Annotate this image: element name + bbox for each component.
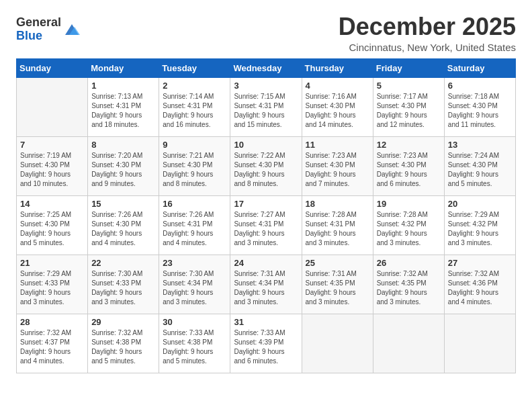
calendar-cell: 2Sunrise: 7:14 AM Sunset: 4:31 PM Daylig… bbox=[159, 77, 230, 136]
day-number: 29 bbox=[91, 317, 155, 327]
day-info: Sunrise: 7:29 AM Sunset: 4:32 PM Dayligh… bbox=[448, 210, 512, 248]
day-number: 6 bbox=[448, 81, 512, 91]
calendar-cell bbox=[373, 314, 444, 373]
day-number: 26 bbox=[377, 258, 441, 268]
location: Cincinnatus, New York, United States bbox=[339, 42, 516, 53]
logo-icon bbox=[62, 20, 81, 39]
day-info: Sunrise: 7:31 AM Sunset: 4:34 PM Dayligh… bbox=[234, 269, 298, 307]
day-info: Sunrise: 7:33 AM Sunset: 4:39 PM Dayligh… bbox=[234, 328, 298, 366]
calendar-week-row: 21Sunrise: 7:29 AM Sunset: 4:33 PM Dayli… bbox=[17, 255, 516, 314]
day-info: Sunrise: 7:27 AM Sunset: 4:31 PM Dayligh… bbox=[234, 210, 298, 248]
day-number: 5 bbox=[377, 81, 441, 91]
day-info: Sunrise: 7:26 AM Sunset: 4:30 PM Dayligh… bbox=[91, 210, 155, 248]
day-number: 11 bbox=[306, 140, 369, 150]
calendar-cell: 8Sunrise: 7:20 AM Sunset: 4:30 PM Daylig… bbox=[88, 136, 159, 195]
calendar-week-row: 14Sunrise: 7:25 AM Sunset: 4:30 PM Dayli… bbox=[17, 195, 516, 255]
calendar-cell: 22Sunrise: 7:30 AM Sunset: 4:33 PM Dayli… bbox=[88, 255, 159, 314]
calendar-table: SundayMondayTuesdayWednesdayThursdayFrid… bbox=[16, 58, 516, 373]
calendar-cell: 19Sunrise: 7:28 AM Sunset: 4:32 PM Dayli… bbox=[373, 195, 444, 255]
header-row: SundayMondayTuesdayWednesdayThursdayFrid… bbox=[17, 58, 516, 77]
calendar-cell: 28Sunrise: 7:32 AM Sunset: 4:37 PM Dayli… bbox=[17, 314, 88, 373]
calendar-cell: 21Sunrise: 7:29 AM Sunset: 4:33 PM Dayli… bbox=[17, 255, 88, 314]
day-info: Sunrise: 7:18 AM Sunset: 4:30 PM Dayligh… bbox=[448, 92, 512, 130]
day-number: 10 bbox=[234, 140, 298, 150]
page-header: General Blue December 2025 Cincinnatus, … bbox=[16, 13, 516, 53]
calendar-cell: 13Sunrise: 7:24 AM Sunset: 4:30 PM Dayli… bbox=[444, 136, 515, 195]
calendar-cell: 10Sunrise: 7:22 AM Sunset: 4:30 PM Dayli… bbox=[230, 136, 302, 195]
day-number: 22 bbox=[91, 258, 155, 268]
calendar-cell: 23Sunrise: 7:30 AM Sunset: 4:34 PM Dayli… bbox=[159, 255, 230, 314]
weekday-header: Monday bbox=[88, 58, 159, 77]
day-number: 21 bbox=[20, 258, 84, 268]
day-number: 25 bbox=[306, 258, 369, 268]
day-info: Sunrise: 7:32 AM Sunset: 4:35 PM Dayligh… bbox=[377, 269, 441, 307]
calendar-cell: 30Sunrise: 7:33 AM Sunset: 4:38 PM Dayli… bbox=[159, 314, 230, 373]
calendar-week-row: 1Sunrise: 7:13 AM Sunset: 4:31 PM Daylig… bbox=[17, 77, 516, 136]
day-info: Sunrise: 7:16 AM Sunset: 4:30 PM Dayligh… bbox=[306, 92, 369, 130]
day-number: 31 bbox=[234, 317, 298, 327]
calendar-cell: 29Sunrise: 7:32 AM Sunset: 4:38 PM Dayli… bbox=[88, 314, 159, 373]
calendar-cell: 1Sunrise: 7:13 AM Sunset: 4:31 PM Daylig… bbox=[88, 77, 159, 136]
calendar-week-row: 28Sunrise: 7:32 AM Sunset: 4:37 PM Dayli… bbox=[17, 314, 516, 373]
day-info: Sunrise: 7:28 AM Sunset: 4:31 PM Dayligh… bbox=[306, 210, 369, 248]
logo-blue: Blue bbox=[16, 29, 42, 42]
calendar-cell: 18Sunrise: 7:28 AM Sunset: 4:31 PM Dayli… bbox=[302, 195, 373, 255]
day-number: 24 bbox=[234, 258, 298, 268]
day-info: Sunrise: 7:22 AM Sunset: 4:30 PM Dayligh… bbox=[234, 151, 298, 189]
weekday-header: Sunday bbox=[17, 58, 88, 77]
calendar-cell: 3Sunrise: 7:15 AM Sunset: 4:31 PM Daylig… bbox=[230, 77, 302, 136]
day-number: 14 bbox=[20, 199, 84, 209]
weekday-header: Thursday bbox=[302, 58, 373, 77]
day-number: 15 bbox=[91, 199, 155, 209]
weekday-header: Friday bbox=[373, 58, 444, 77]
day-info: Sunrise: 7:26 AM Sunset: 4:31 PM Dayligh… bbox=[163, 210, 226, 248]
day-info: Sunrise: 7:15 AM Sunset: 4:31 PM Dayligh… bbox=[234, 92, 298, 130]
day-info: Sunrise: 7:20 AM Sunset: 4:30 PM Dayligh… bbox=[91, 151, 155, 189]
day-info: Sunrise: 7:33 AM Sunset: 4:38 PM Dayligh… bbox=[163, 328, 226, 366]
calendar-cell bbox=[444, 314, 515, 373]
calendar-cell: 17Sunrise: 7:27 AM Sunset: 4:31 PM Dayli… bbox=[230, 195, 302, 255]
weekday-header: Wednesday bbox=[230, 58, 302, 77]
logo-general: General bbox=[16, 15, 61, 29]
weekday-header: Tuesday bbox=[159, 58, 230, 77]
day-number: 28 bbox=[20, 317, 84, 327]
day-number: 18 bbox=[306, 199, 369, 209]
day-number: 19 bbox=[377, 199, 441, 209]
calendar-cell: 9Sunrise: 7:21 AM Sunset: 4:30 PM Daylig… bbox=[159, 136, 230, 195]
weekday-header: Saturday bbox=[444, 58, 515, 77]
day-info: Sunrise: 7:32 AM Sunset: 4:37 PM Dayligh… bbox=[20, 328, 84, 366]
day-number: 20 bbox=[448, 199, 512, 209]
calendar-cell bbox=[302, 314, 373, 373]
day-number: 12 bbox=[377, 140, 441, 150]
day-info: Sunrise: 7:23 AM Sunset: 4:30 PM Dayligh… bbox=[377, 151, 441, 189]
day-number: 13 bbox=[448, 140, 512, 150]
calendar-cell bbox=[17, 77, 88, 136]
day-number: 4 bbox=[306, 81, 369, 91]
day-info: Sunrise: 7:32 AM Sunset: 4:36 PM Dayligh… bbox=[448, 269, 512, 307]
day-number: 27 bbox=[448, 258, 512, 268]
day-info: Sunrise: 7:25 AM Sunset: 4:30 PM Dayligh… bbox=[20, 210, 84, 248]
calendar-cell: 14Sunrise: 7:25 AM Sunset: 4:30 PM Dayli… bbox=[17, 195, 88, 255]
day-number: 16 bbox=[163, 199, 226, 209]
day-number: 3 bbox=[234, 81, 298, 91]
day-number: 9 bbox=[163, 140, 226, 150]
calendar-cell: 5Sunrise: 7:17 AM Sunset: 4:30 PM Daylig… bbox=[373, 77, 444, 136]
calendar-cell: 7Sunrise: 7:19 AM Sunset: 4:30 PM Daylig… bbox=[17, 136, 88, 195]
calendar-cell: 11Sunrise: 7:23 AM Sunset: 4:30 PM Dayli… bbox=[302, 136, 373, 195]
month-title: December 2025 bbox=[339, 13, 516, 40]
day-info: Sunrise: 7:21 AM Sunset: 4:30 PM Dayligh… bbox=[163, 151, 226, 189]
day-number: 1 bbox=[91, 81, 155, 91]
day-info: Sunrise: 7:17 AM Sunset: 4:30 PM Dayligh… bbox=[377, 92, 441, 130]
day-info: Sunrise: 7:32 AM Sunset: 4:38 PM Dayligh… bbox=[91, 328, 155, 366]
day-info: Sunrise: 7:13 AM Sunset: 4:31 PM Dayligh… bbox=[91, 92, 155, 130]
logo: General Blue bbox=[16, 16, 81, 43]
day-info: Sunrise: 7:14 AM Sunset: 4:31 PM Dayligh… bbox=[163, 92, 226, 130]
day-info: Sunrise: 7:24 AM Sunset: 4:30 PM Dayligh… bbox=[448, 151, 512, 189]
calendar-cell: 26Sunrise: 7:32 AM Sunset: 4:35 PM Dayli… bbox=[373, 255, 444, 314]
day-number: 7 bbox=[20, 140, 84, 150]
calendar-cell: 31Sunrise: 7:33 AM Sunset: 4:39 PM Dayli… bbox=[230, 314, 302, 373]
calendar-cell: 27Sunrise: 7:32 AM Sunset: 4:36 PM Dayli… bbox=[444, 255, 515, 314]
calendar-cell: 24Sunrise: 7:31 AM Sunset: 4:34 PM Dayli… bbox=[230, 255, 302, 314]
calendar-cell: 20Sunrise: 7:29 AM Sunset: 4:32 PM Dayli… bbox=[444, 195, 515, 255]
title-block: December 2025 Cincinnatus, New York, Uni… bbox=[339, 13, 516, 53]
